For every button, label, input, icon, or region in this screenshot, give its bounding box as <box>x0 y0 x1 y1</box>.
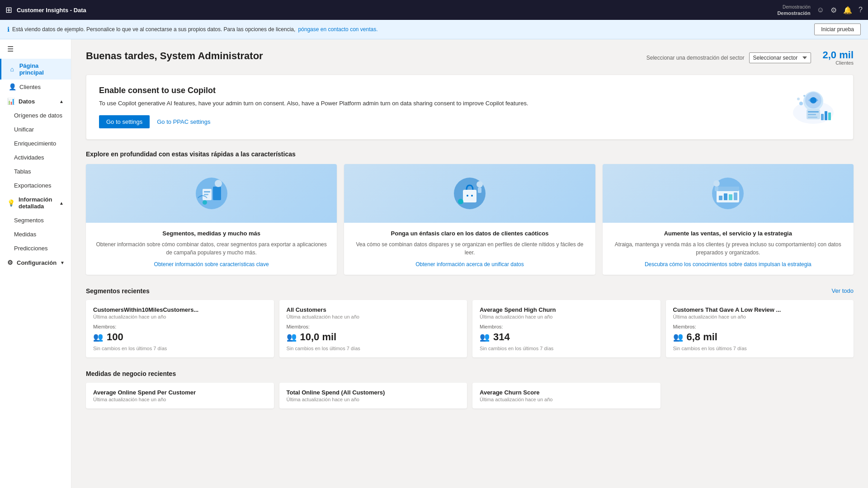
measure-1-updated: Última actualización hace un año <box>287 397 460 402</box>
segment-3-members-label: Miembros: <box>673 324 696 329</box>
sidebar-item-measures[interactable]: Medidas <box>0 227 71 241</box>
people-icon-2: 👥 <box>480 332 490 342</box>
sidebar-item-unify[interactable]: Unificar <box>0 122 71 136</box>
sidebar-insights-label: Información detallada <box>19 196 56 210</box>
feature-card-1-title: Ponga un énfasis claro en los datos de c… <box>351 230 588 237</box>
svg-point-35 <box>713 180 720 187</box>
page-header: Buenas tardes, System Administrator Sele… <box>86 50 854 66</box>
segment-3-value: 6,8 mil <box>687 331 717 343</box>
svg-rect-10 <box>828 113 831 120</box>
feature-card-2-body: Aumente las ventas, el servicio y la est… <box>603 223 854 275</box>
svg-rect-32 <box>724 193 727 200</box>
segment-3-members: Miembros: <box>673 324 847 329</box>
sidebar-section-data[interactable]: 📊 Datos ▲ <box>0 94 71 108</box>
measure-card-2[interactable]: Average Churn Score Última actualización… <box>472 383 660 408</box>
segment-3-updated: Última actualización hace un año <box>673 314 847 319</box>
svg-rect-22 <box>463 190 476 202</box>
app-title: Customer Insights - Data <box>17 7 773 14</box>
home-icon: ⌂ <box>9 66 16 73</box>
segment-card-0[interactable]: CustomersWithin10MilesCustomers... Últim… <box>86 300 274 357</box>
exports-label: Exportaciones <box>14 182 51 189</box>
sidebar-item-predictions[interactable]: Predicciones <box>0 241 71 255</box>
segment-2-name: Average Spend High Churn <box>480 306 653 313</box>
sector-selector: Seleccionar una demostración del sector … <box>646 50 854 66</box>
segment-2-change: Sin cambios en los últimos 7 días <box>480 346 653 351</box>
copilot-banner: Enable consent to use Copilot To use Cop… <box>86 75 854 140</box>
feature-card-2-image <box>603 164 854 223</box>
trial-button[interactable]: Iniciar prueba <box>814 23 861 35</box>
sidebar-data-children: Orígenes de datos Unificar Enriquecimien… <box>0 108 71 192</box>
segments-see-all[interactable]: Ver todo <box>832 287 854 294</box>
unify-label: Unificar <box>14 126 34 133</box>
copilot-image <box>786 87 840 127</box>
feature-card-0-desc: Obtener información sobre cómo combinar … <box>93 240 330 257</box>
sidebar-section-config[interactable]: ⚙ Configuración ▼ <box>0 255 71 270</box>
measure-card-0[interactable]: Average Online Spend Per Customer Última… <box>86 383 274 408</box>
smiley-icon[interactable]: ☺ <box>817 6 824 14</box>
sidebar-item-enrichment[interactable]: Enriquecimiento <box>0 136 71 150</box>
measures-section-header: Medidas de negocio recientes <box>86 370 854 377</box>
sidebar-section-insights[interactable]: 💡 Información detallada ▲ <box>0 192 71 213</box>
svg-rect-30 <box>717 187 739 191</box>
svg-rect-5 <box>808 111 819 113</box>
contact-sales-link[interactable]: póngase en contacto con ventas. <box>298 26 377 33</box>
sidebar-insights-children: Segmentos Medidas Predicciones <box>0 213 71 255</box>
hamburger-button[interactable]: ☰ <box>0 39 71 59</box>
segment-0-updated: Última actualización hace un año <box>93 314 267 319</box>
segment-card-3[interactable]: Customers That Gave A Low Review ... Últ… <box>666 300 854 357</box>
feature-card-1-link[interactable]: Obtener información acerca de unificar d… <box>351 261 588 267</box>
segment-card-2[interactable]: Average Spend High Churn Última actualiz… <box>472 300 660 357</box>
chevron-up-icon-2: ▲ <box>59 201 64 206</box>
feature-card-1-body: Ponga un énfasis claro en los datos de c… <box>344 223 595 275</box>
data-icon: 📊 <box>7 98 15 105</box>
segment-1-change: Sin cambios en los últimos 7 días <box>287 346 460 351</box>
settings-icon[interactable]: ⚙ <box>830 6 837 14</box>
sidebar-item-segments[interactable]: Segmentos <box>0 213 71 227</box>
feature-card-2-link[interactable]: Descubra cómo los conocimientos sobre da… <box>610 261 846 267</box>
go-to-settings-button[interactable]: Go to settings <box>99 115 150 128</box>
svg-point-11 <box>799 102 803 105</box>
copilot-content: Enable consent to use Copilot To use Cop… <box>99 86 777 128</box>
top-bar-right: Demostración Demostración ☺ ⚙ 🔔 ? <box>777 4 863 17</box>
svg-point-27 <box>458 199 463 204</box>
feature-card-0-link[interactable]: Obtener información sobre característica… <box>93 261 330 267</box>
activities-label: Actividades <box>14 154 44 161</box>
segment-card-1[interactable]: All Customers Última actualización hace … <box>279 300 467 357</box>
user-name: Demostración <box>777 10 810 16</box>
announcement-bar: ℹ Está viendo datos de ejemplo. Personal… <box>0 20 868 39</box>
sector-select[interactable]: Seleccionar sector Retail Salud Finanzas <box>749 52 811 63</box>
sidebar-item-activities[interactable]: Actividades <box>0 150 71 164</box>
user-label: Demostración <box>783 5 811 9</box>
svg-rect-18 <box>204 191 210 192</box>
svg-rect-16 <box>213 187 221 200</box>
svg-rect-8 <box>821 114 824 120</box>
insights-icon: 💡 <box>7 199 15 206</box>
people-icon-3: 👥 <box>673 332 683 342</box>
segments-title: Segmentos recientes <box>86 287 832 295</box>
help-icon[interactable]: ? <box>859 6 863 14</box>
sidebar-item-exports[interactable]: Exportaciones <box>0 178 71 192</box>
feature-card-1-image <box>344 164 595 223</box>
segment-3-change: Sin cambios en los últimos 7 días <box>673 346 847 351</box>
svg-point-13 <box>803 95 805 97</box>
client-count: 2,0 mil Clientes <box>823 50 854 66</box>
segment-1-value: 10,0 mil <box>300 331 337 343</box>
measure-card-1[interactable]: Total Online Spend (All Customers) Últim… <box>279 383 467 408</box>
feature-card-1[interactable]: Ponga un énfasis claro en los datos de c… <box>344 164 595 275</box>
svg-point-17 <box>215 180 222 187</box>
sidebar-item-tables[interactable]: Tablas <box>0 164 71 178</box>
svg-rect-7 <box>808 117 817 118</box>
sidebar-item-data-origins[interactable]: Orígenes de datos <box>0 108 71 122</box>
chevron-down-icon: ▼ <box>60 260 65 265</box>
greeting: Buenas tardes, System Administrator <box>86 50 646 62</box>
grid-icon[interactable]: ⊞ <box>5 5 12 15</box>
feature-card-2[interactable]: Aumente las ventas, el servicio y la est… <box>603 164 854 275</box>
feature-cards: Segmentos, medidas y mucho más Obtener i… <box>86 164 854 275</box>
feature-card-0[interactable]: Segmentos, medidas y mucho más Obtener i… <box>86 164 337 275</box>
bell-icon[interactable]: 🔔 <box>843 6 852 14</box>
segment-cards: CustomersWithin10MilesCustomers... Últim… <box>86 300 854 357</box>
sidebar-item-clients[interactable]: 👤 Clientes <box>0 80 71 94</box>
svg-rect-31 <box>719 196 722 200</box>
ppac-settings-link[interactable]: Go to PPAC settings <box>157 118 210 125</box>
sidebar-item-home[interactable]: ⌂ Página principal <box>0 59 71 80</box>
